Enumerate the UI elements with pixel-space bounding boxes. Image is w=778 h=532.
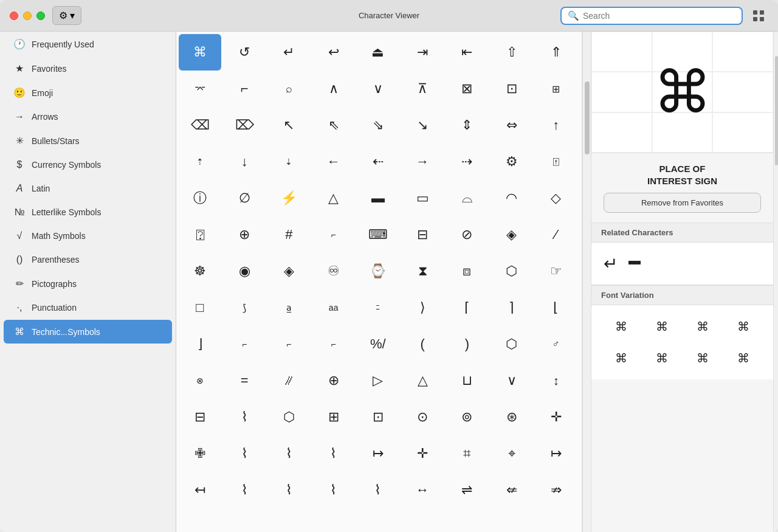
font-var-1[interactable]: ⌘ bbox=[601, 311, 641, 342]
symbol-cell[interactable]: ↦ bbox=[357, 435, 399, 472]
symbol-cell[interactable]: a̲ bbox=[267, 289, 310, 326]
symbol-cell[interactable]: ✙ bbox=[179, 435, 221, 472]
symbol-cell[interactable]: ⊞ bbox=[535, 71, 577, 107]
symbol-cell[interactable]: ↕ bbox=[535, 362, 577, 399]
symbol-cell[interactable]: ⌚ bbox=[357, 253, 399, 289]
symbol-cell[interactable]: ↖ bbox=[267, 107, 310, 143]
font-var-3[interactable]: ⌘ bbox=[683, 311, 723, 342]
symbol-cell[interactable]: ⊡ bbox=[491, 71, 533, 107]
symbol-cell[interactable]: ⊼ bbox=[401, 71, 444, 107]
sidebar-item-arrows[interactable]: → Arrows bbox=[4, 105, 172, 128]
symbol-cell[interactable]: ∨ bbox=[491, 362, 533, 399]
symbol-cell[interactable]: ⊠ bbox=[446, 71, 488, 107]
font-var-8[interactable]: ⌘ bbox=[724, 343, 763, 373]
symbol-cell[interactable]: ⊕ bbox=[312, 362, 355, 399]
symbol-cell[interactable]: ⇘ bbox=[357, 107, 399, 143]
symbol-cell[interactable]: ) bbox=[446, 326, 488, 362]
symbol-cell[interactable]: ⇔ bbox=[491, 107, 533, 143]
symbol-cell[interactable]: ⌦ bbox=[223, 107, 266, 143]
symbol-grid-container[interactable]: ⌘ ↺ ↵ ↩ ⏏ ⇥ ⇤ ⇧ ⇑ ⌤ ⌐ ⌕ ∧ ∨ ⊼ ⊠ bbox=[176, 32, 582, 532]
font-var-5[interactable]: ⌘ bbox=[601, 343, 641, 373]
symbol-cell[interactable]: ◈ bbox=[491, 216, 533, 253]
symbol-cell[interactable]: ☸ bbox=[179, 253, 221, 289]
symbol-cell[interactable]: ↓ bbox=[223, 143, 266, 180]
symbol-cell[interactable]: ↺ bbox=[223, 34, 266, 71]
symbol-cell[interactable]: ⇠ bbox=[357, 143, 399, 180]
symbol-cell[interactable]: ♾ bbox=[312, 253, 355, 289]
grid-view-button[interactable] bbox=[749, 6, 768, 26]
symbol-cell[interactable]: ⇕ bbox=[446, 107, 488, 143]
symbol-cell[interactable]: ⌇ bbox=[223, 472, 266, 508]
symbol-cell[interactable]: ⊘ bbox=[446, 216, 488, 253]
symbol-cell[interactable]: ◠ bbox=[491, 180, 533, 216]
symbol-cell[interactable]: ⊙ bbox=[401, 399, 444, 435]
symbol-cell[interactable]: ⊛ bbox=[491, 399, 533, 435]
symbol-cell[interactable]: ↑ bbox=[535, 107, 577, 143]
symbol-cell[interactable]: ﾆ bbox=[357, 289, 399, 326]
symbol-cell[interactable]: ⚡ bbox=[267, 180, 310, 216]
symbol-cell[interactable]: ↔ bbox=[401, 472, 444, 508]
search-input[interactable] bbox=[583, 11, 735, 21]
symbol-cell[interactable]: ( bbox=[401, 326, 444, 362]
symbol-cell[interactable]: ⌖ bbox=[491, 435, 533, 472]
symbol-cell[interactable]: ⌐ bbox=[223, 71, 266, 107]
symbol-cell[interactable]: ⌗ bbox=[446, 435, 488, 472]
symbol-cell[interactable]: ↦ bbox=[535, 435, 577, 472]
symbol-cell[interactable]: ⇍ bbox=[491, 472, 533, 508]
close-button[interactable] bbox=[10, 12, 18, 20]
symbol-cell[interactable]: ⏏ bbox=[357, 34, 399, 71]
symbol-cell[interactable]: ⊗ bbox=[179, 362, 221, 399]
symbol-cell[interactable]: # bbox=[267, 216, 310, 253]
symbol-cell[interactable]: ↩ bbox=[312, 34, 355, 71]
symbol-cell[interactable]: ⌇ bbox=[267, 435, 310, 472]
search-box[interactable]: 🔍 bbox=[560, 7, 743, 25]
symbol-cell[interactable]: ⌤ bbox=[179, 71, 221, 107]
symbol-cell[interactable]: ⇧ bbox=[491, 34, 533, 71]
symbol-cell[interactable]: ⬡ bbox=[491, 253, 533, 289]
symbol-cell[interactable]: ⬡ bbox=[491, 326, 533, 362]
symbol-cell[interactable]: ⌇ bbox=[357, 472, 399, 508]
symbol-cell[interactable]: ⌕ bbox=[267, 71, 310, 107]
font-var-2[interactable]: ⌘ bbox=[642, 311, 681, 342]
symbol-cell[interactable]: ▬ bbox=[357, 180, 399, 216]
remove-favorites-button[interactable]: Remove from Favorites bbox=[604, 193, 761, 213]
detail-scrollbar-thumb[interactable] bbox=[775, 56, 778, 165]
symbol-cell[interactable]: ⊞ bbox=[312, 399, 355, 435]
symbol-cell[interactable]: ⇣ bbox=[267, 143, 310, 180]
sidebar-item-bullets[interactable]: ✳ Bullets/Stars bbox=[4, 129, 172, 153]
symbol-cell[interactable]: %/ bbox=[357, 326, 399, 362]
symbol-cell[interactable]: ⧈ bbox=[446, 253, 488, 289]
symbol-cell[interactable]: ⊚ bbox=[446, 399, 488, 435]
gear-button[interactable]: ⚙ ▾ bbox=[52, 6, 81, 25]
symbol-cell[interactable]: □ bbox=[179, 289, 221, 326]
grid-scrollbar[interactable] bbox=[582, 32, 591, 532]
symbol-cell[interactable]: ⧗ bbox=[401, 253, 444, 289]
sidebar-item-latin[interactable]: A Latin bbox=[4, 177, 172, 200]
symbol-cell[interactable]: ⊕ bbox=[223, 216, 266, 253]
symbol-cell[interactable]: ⌇ bbox=[312, 435, 355, 472]
symbol-cell[interactable]: ⊟ bbox=[179, 399, 221, 435]
symbol-cell[interactable]: ⌘ bbox=[179, 34, 221, 71]
symbol-cell[interactable]: △ bbox=[312, 180, 355, 216]
sidebar-item-parentheses[interactable]: () Parentheses bbox=[4, 248, 172, 271]
symbol-cell[interactable]: ⟆ bbox=[223, 289, 266, 326]
maximize-button[interactable] bbox=[36, 12, 45, 20]
symbol-cell[interactable]: ⌇ bbox=[223, 399, 266, 435]
symbol-cell[interactable]: ▭ bbox=[401, 180, 444, 216]
symbol-cell[interactable]: ⌉ bbox=[491, 289, 533, 326]
symbol-cell[interactable]: ↘ bbox=[401, 107, 444, 143]
symbol-cell[interactable]: → bbox=[401, 143, 444, 180]
related-char-1[interactable]: ↵ bbox=[601, 251, 620, 276]
symbol-cell[interactable]: ⌇ bbox=[267, 472, 310, 508]
symbol-cell[interactable]: △ bbox=[401, 362, 444, 399]
symbol-cell[interactable]: ⌐ bbox=[267, 326, 310, 362]
sidebar-item-currency[interactable]: $ Currency Symbols bbox=[4, 153, 172, 176]
sidebar-item-math[interactable]: √ Math Symbols bbox=[4, 224, 172, 247]
symbol-cell[interactable]: ⌐ bbox=[312, 216, 355, 253]
related-char-2[interactable]: ▬ bbox=[626, 251, 643, 276]
symbol-cell[interactable]: ⇥ bbox=[401, 34, 444, 71]
symbol-cell[interactable]: ✛ bbox=[401, 435, 444, 472]
symbol-cell[interactable]: ⍰ bbox=[179, 216, 221, 253]
symbol-cell[interactable]: = bbox=[223, 362, 266, 399]
symbol-cell[interactable]: ∨ bbox=[357, 71, 399, 107]
